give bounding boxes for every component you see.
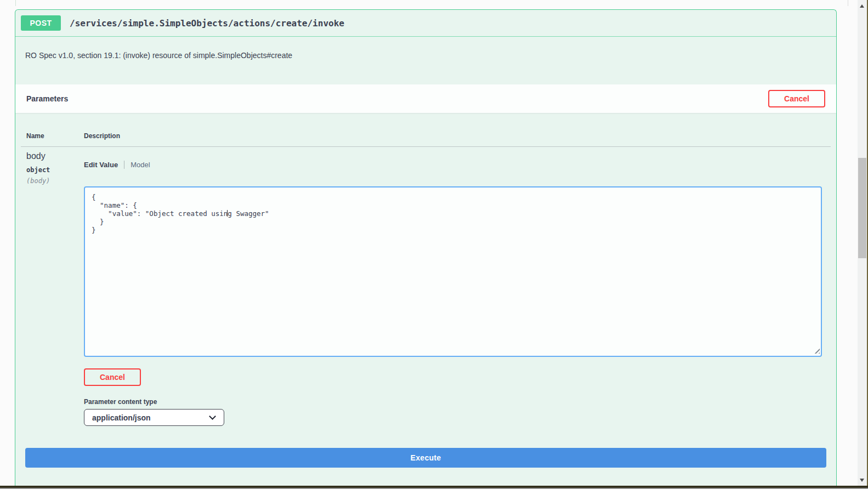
method-badge: POST (21, 15, 61, 31)
cancel-edit-button[interactable]: Cancel (84, 368, 141, 386)
scroll-down-icon (860, 479, 864, 482)
content-type-select[interactable]: application/json (84, 409, 224, 426)
param-description-cell: Edit Value Model { "name": { "value": "O… (78, 151, 831, 426)
body-editor-tabs: Edit Value Model (84, 161, 825, 169)
cancel-try-out-button[interactable]: Cancel (768, 90, 825, 107)
window-bottom-edge (0, 486, 868, 489)
tab-model[interactable]: Model (131, 161, 150, 169)
top-edge-artifact-right (848, 0, 848, 6)
param-type: object (26, 166, 73, 174)
parameters-table-header: Name Description (21, 132, 831, 147)
endpoint-description: RO Spec v1.0, section 19.1: (invoke) res… (15, 37, 836, 84)
body-value-textarea[interactable]: { "name": { "value": "Object created usi… (84, 186, 822, 357)
param-name: body (26, 151, 73, 161)
tab-separator (124, 161, 124, 169)
endpoint-summary[interactable]: POST /services/simple.SimpleObjects/acti… (15, 10, 836, 37)
execute-button[interactable]: Execute (25, 448, 826, 468)
endpoint-path: /services/simple.SimpleObjects/actions/c… (70, 18, 344, 29)
scroll-up-icon (860, 4, 864, 8)
scroll-up-button[interactable] (858, 1, 867, 10)
parameters-title: Parameters (26, 94, 68, 103)
param-location: (body) (26, 177, 73, 185)
content-type-label: Parameter content type (84, 398, 825, 406)
column-header-name: Name (21, 132, 78, 140)
body-editor-container: { "name": { "value": "Object created usi… (84, 186, 822, 357)
column-header-description: Description (78, 132, 831, 140)
scrollbar-thumb[interactable] (858, 158, 866, 258)
execute-wrapper: Execute (15, 437, 836, 476)
vertical-scrollbar[interactable] (858, 0, 867, 486)
scroll-down-button[interactable] (858, 475, 867, 485)
parameters-table: Name Description body object (body) Edit… (15, 113, 836, 437)
parameters-header: Parameters Cancel (15, 84, 836, 113)
tab-edit-value[interactable]: Edit Value (84, 161, 118, 169)
top-edge-artifact-left (15, 0, 16, 6)
param-name-cell: body object (body) (21, 151, 78, 426)
opblock-post-panel: POST /services/simple.SimpleObjects/acti… (15, 9, 837, 486)
param-row-body: body object (body) Edit Value Model { "n… (21, 147, 831, 437)
content-type-block: Parameter content type application/json (84, 398, 825, 426)
